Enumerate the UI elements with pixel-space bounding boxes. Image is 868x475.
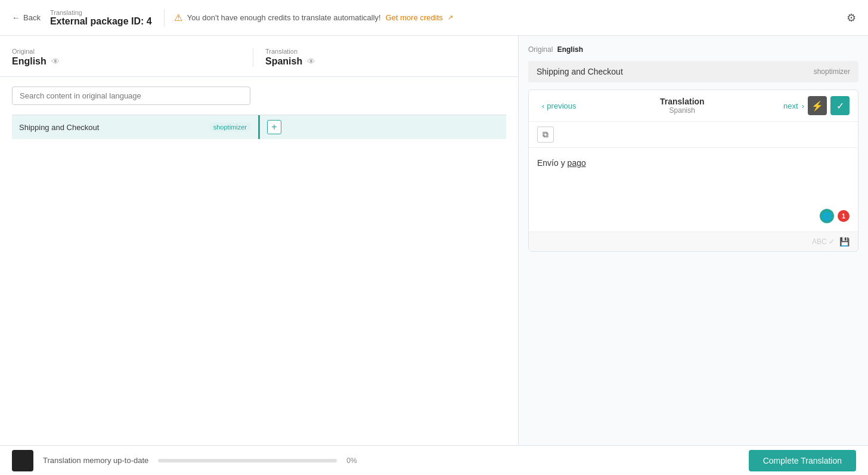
translation-panel-footer: ABC ✓ 💾 xyxy=(529,232,858,251)
prev-button[interactable]: ‹ previous xyxy=(537,99,581,113)
complete-translation-button[interactable]: Complete Translation xyxy=(749,450,856,471)
translation-panel-header: ‹ previous Translation Spanish next › ⚡ … xyxy=(529,90,858,122)
content-badge: shoptimizer xyxy=(209,122,251,132)
translation-title-text: Translation xyxy=(581,97,783,106)
header-title-group: Translating External package ID: 4 xyxy=(50,9,165,27)
translation-text-area[interactable]: Envío y pago 🌐 1 xyxy=(529,148,858,232)
save-icon[interactable]: 💾 xyxy=(839,237,850,246)
warning-text: You don't have enough credits to transla… xyxy=(187,13,381,22)
badges-row: 🌐 1 xyxy=(820,209,850,223)
original-lang-label: Original xyxy=(12,48,253,55)
progress-percent: 0% xyxy=(346,457,356,465)
left-panel: Original English 👁 Translation Spanish 👁 xyxy=(0,36,519,445)
globe-badge: 🌐 xyxy=(820,209,834,223)
gear-button[interactable]: ⚙ xyxy=(847,11,856,24)
back-button[interactable]: ← Back xyxy=(12,13,41,22)
content-row: Shipping and Checkout shoptimizer + xyxy=(12,115,506,139)
lightning-button[interactable]: ⚡ xyxy=(808,96,827,115)
original-header-label: Original xyxy=(528,45,553,54)
original-content-source: shoptimizer xyxy=(814,67,850,76)
original-header-lang: English xyxy=(557,45,583,54)
translation-panel-title: Translation Spanish xyxy=(581,97,783,115)
translation-panel-tools: ⧉ xyxy=(529,122,858,148)
translation-lang-display: Spanish xyxy=(581,106,783,115)
add-translation-button[interactable]: + xyxy=(267,120,281,134)
progress-track xyxy=(158,459,337,462)
package-title: External package ID: 4 xyxy=(50,16,152,27)
memory-indicator xyxy=(12,450,33,471)
translation-lang-col: Translation Spanish 👁 xyxy=(253,48,506,67)
next-chevron-icon: › xyxy=(802,101,804,110)
external-link-icon: ↗ xyxy=(448,14,453,21)
content-text: Shipping and Checkout xyxy=(19,123,99,132)
search-input[interactable] xyxy=(12,87,250,105)
warning-icon: ⚠ xyxy=(174,12,182,23)
content-original-cell: Shipping and Checkout shoptimizer xyxy=(12,115,258,139)
original-header: Original English xyxy=(528,45,858,54)
translating-subtitle: Translating xyxy=(50,9,152,16)
translation-text-underline: pago xyxy=(568,158,586,168)
back-arrow-icon: ← xyxy=(12,13,20,22)
translation-panel: ‹ previous Translation Spanish next › ⚡ … xyxy=(528,90,858,252)
memory-label: Translation memory up-to-date xyxy=(43,456,148,465)
prev-chevron-icon: ‹ xyxy=(542,101,544,110)
translation-eye-icon[interactable]: 👁 xyxy=(307,57,315,66)
content-translation-cell: + xyxy=(260,115,506,139)
warning-banner: ⚠ You don't have enough credits to trans… xyxy=(174,12,837,23)
translation-content: Envío y pago xyxy=(537,156,850,169)
original-lang-col: Original English 👁 xyxy=(12,48,253,67)
abc-icon: ABC ✓ xyxy=(812,237,835,246)
original-lang-name: English xyxy=(12,56,46,67)
gear-icon: ⚙ xyxy=(847,12,856,24)
confirm-button[interactable]: ✓ xyxy=(830,96,850,115)
content-list: Shipping and Checkout shoptimizer + xyxy=(12,115,506,139)
translation-text-part1: Envío y xyxy=(537,158,568,168)
original-eye-icon[interactable]: 👁 xyxy=(51,57,60,66)
next-label: next xyxy=(783,101,798,110)
right-panel: Original English Shipping and Checkout s… xyxy=(519,36,868,445)
back-label: Back xyxy=(23,13,41,22)
bottom-bar: Translation memory up-to-date 0% Complet… xyxy=(0,445,868,475)
divider xyxy=(0,76,518,77)
translation-lang-label: Translation xyxy=(265,48,506,55)
original-content-box: Shipping and Checkout shoptimizer xyxy=(528,61,858,82)
prev-label: previous xyxy=(547,101,576,110)
copy-button[interactable]: ⧉ xyxy=(537,127,554,143)
translation-lang-name: Spanish xyxy=(265,56,302,67)
get-more-credits-link[interactable]: Get more credits xyxy=(386,13,443,22)
count-badge: 1 xyxy=(838,210,850,222)
original-content-text: Shipping and Checkout xyxy=(537,67,623,76)
